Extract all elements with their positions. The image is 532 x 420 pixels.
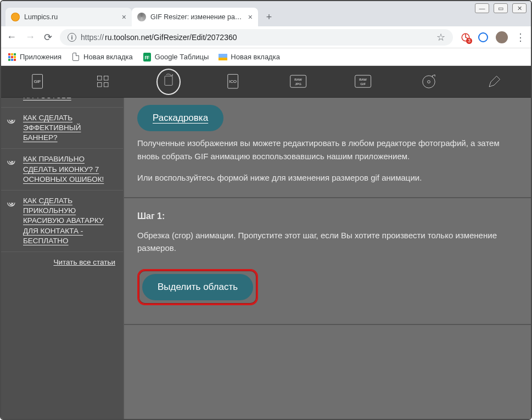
sidebar-item[interactable]: КАК СДЕЛАТЬ ПРИКОЛЬНУЮ КРАСИВУЮ АВАТАРКУ… bbox=[1, 190, 123, 251]
music-disc-icon[interactable] bbox=[396, 73, 462, 91]
svg-rect-6 bbox=[104, 82, 108, 87]
translate-icon[interactable] bbox=[478, 32, 488, 42]
storyboard-button[interactable]: Раскадровка bbox=[137, 105, 223, 131]
spiral-icon bbox=[7, 114, 18, 125]
omnibox[interactable]: i https:// ru.toolson.net/GifResizer/Edi… bbox=[60, 29, 453, 46]
svg-point-16 bbox=[423, 75, 435, 87]
svg-rect-4 bbox=[104, 76, 108, 80]
section-divider bbox=[124, 324, 531, 325]
extension-icon[interactable]: 3 bbox=[461, 32, 471, 42]
tab-title: GIF Resizer: изменение размера bbox=[150, 13, 244, 21]
url-scheme: https:// bbox=[81, 33, 104, 42]
svg-text:RAW: RAW bbox=[360, 78, 367, 81]
back-button[interactable]: ← bbox=[7, 31, 16, 43]
bookmark-apps[interactable]: Приложения bbox=[8, 53, 61, 61]
profile-avatar[interactable] bbox=[496, 31, 508, 43]
ico-icon[interactable]: ICO bbox=[201, 72, 266, 91]
tab-strip: Lumpics.ru × GIF Resizer: изменение разм… bbox=[1, 1, 531, 26]
window-minimize[interactable]: — bbox=[475, 3, 489, 13]
tab-title: Lumpics.ru bbox=[24, 13, 117, 21]
bookmark-label: Новая вкладка bbox=[231, 53, 280, 61]
extension-badge-count: 3 bbox=[466, 38, 472, 44]
sidebar: КАК СДЕЛАТЬ GIF АНИМАЦИЮ ИЗ ВИДЕО НА YOU… bbox=[1, 66, 123, 419]
bookmark-newtab-2[interactable]: Новая вкладка bbox=[219, 53, 280, 61]
apps-grid-icon bbox=[8, 53, 16, 61]
sidebar-link: КАК СДЕЛАТЬ ЭФФЕКТИВНЫЙ БАННЕР? bbox=[23, 113, 116, 143]
step-1-text: Обрезка (crop) анимации. Пропустите этот… bbox=[137, 229, 518, 255]
svg-text:JPG: JPG bbox=[295, 82, 301, 85]
highlight-annotation: Выделить область bbox=[137, 269, 258, 305]
sidebar-item[interactable]: КАК ПРАВИЛЬНО СДЕЛАТЬ ИКОНКУ? 7 ОСНОВНЫХ… bbox=[1, 148, 123, 190]
svg-text:ICO: ICO bbox=[229, 79, 237, 83]
page-viewport: GIF ICO RAWJPG RAWGIF КА bbox=[1, 66, 531, 419]
favicon-toolson bbox=[137, 13, 146, 21]
google-sheets-icon bbox=[143, 53, 151, 61]
step-1-title: Шаг 1: bbox=[137, 211, 518, 221]
paragraph-text: Полученные изображения вы можете редакти… bbox=[137, 138, 500, 160]
window-close[interactable]: ✕ bbox=[512, 3, 527, 13]
site-info-icon[interactable]: i bbox=[68, 33, 76, 42]
close-icon[interactable]: × bbox=[248, 13, 253, 21]
svg-text:RAW: RAW bbox=[294, 78, 302, 81]
spiral-icon bbox=[7, 197, 18, 208]
gif-file-icon[interactable]: GIF bbox=[5, 72, 71, 91]
reload-button[interactable]: ⟳ bbox=[44, 31, 52, 43]
svg-rect-5 bbox=[97, 82, 102, 87]
section-divider bbox=[124, 197, 531, 198]
nav-buttons: ← → ⟳ bbox=[7, 31, 52, 43]
spiral-icon bbox=[7, 155, 18, 166]
raw-jpg-icon[interactable]: RAWJPG bbox=[266, 72, 332, 91]
document-icon bbox=[72, 53, 79, 61]
raw-gif-icon[interactable]: RAWGIF bbox=[331, 72, 396, 91]
bookmarks-bar: Приложения Новая вкладка Google Таблицы … bbox=[1, 48, 531, 66]
paragraph-alt-use: Или воспользуйтесь формой ниже для измен… bbox=[137, 171, 518, 184]
bookmark-label: Google Таблицы bbox=[155, 53, 209, 61]
svg-point-17 bbox=[428, 80, 430, 83]
close-icon[interactable]: × bbox=[122, 13, 126, 21]
svg-text:GIF: GIF bbox=[34, 79, 41, 83]
bookmark-sheets[interactable]: Google Таблицы bbox=[143, 53, 209, 61]
favicon-lumpics bbox=[11, 13, 20, 21]
sidebar-link: КАК СДЕЛАТЬ ПРИКОЛЬНУЮ КРАСИВУЮ АВАТАРКУ… bbox=[23, 196, 116, 246]
paragraph-after-storyboard: Полученные изображения вы можете редакти… bbox=[137, 137, 518, 163]
select-area-button[interactable]: Выделить область bbox=[142, 274, 253, 300]
bookmark-newtab-1[interactable]: Новая вкладка bbox=[71, 53, 133, 61]
sidebar-item[interactable]: КАК СДЕЛАТЬ ЭФФЕКТИВНЫЙ БАННЕР? bbox=[1, 107, 123, 149]
apps-grid-icon[interactable] bbox=[71, 74, 136, 90]
rotate-icon[interactable] bbox=[136, 69, 201, 95]
pencil-icon[interactable] bbox=[461, 74, 527, 90]
browser-tab-lumpics[interactable]: Lumpics.ru × bbox=[5, 8, 132, 26]
svg-rect-3 bbox=[97, 76, 102, 80]
bookmark-label: Приложения bbox=[20, 53, 61, 61]
sidebar-read-all-link[interactable]: Читать все статьи bbox=[1, 251, 123, 273]
bookmark-label: Новая вкладка bbox=[83, 53, 133, 61]
image-thumb-icon bbox=[219, 54, 227, 60]
url-text: ru.toolson.net/GifResizer/Edit/2072360 bbox=[105, 33, 237, 42]
toolbar-right-icons: 3 ⋮ bbox=[461, 31, 525, 43]
window-controls: — ▭ ✕ bbox=[475, 3, 527, 13]
svg-text:GIF: GIF bbox=[361, 82, 366, 85]
window-maximize[interactable]: ▭ bbox=[494, 3, 508, 13]
browser-tab-gifresizer[interactable]: GIF Resizer: изменение размера × bbox=[132, 8, 258, 26]
forward-button[interactable]: → bbox=[25, 31, 35, 43]
bookmark-star-icon[interactable]: ☆ bbox=[436, 31, 445, 43]
svg-rect-7 bbox=[165, 76, 172, 85]
sidebar-link: КАК ПРАВИЛЬНО СДЕЛАТЬ ИКОНКУ? 7 ОСНОВНЫХ… bbox=[23, 154, 116, 184]
site-top-toolbar: GIF ICO RAWJPG RAWGIF bbox=[1, 66, 531, 98]
main-content: На ваш компьютер скачается архив со всем… bbox=[123, 66, 531, 419]
new-tab-button[interactable]: + bbox=[261, 9, 277, 25]
browser-menu-icon[interactable]: ⋮ bbox=[516, 31, 525, 43]
address-bar-row: ← → ⟳ i https:// ru.toolson.net/GifResiz… bbox=[1, 26, 531, 48]
